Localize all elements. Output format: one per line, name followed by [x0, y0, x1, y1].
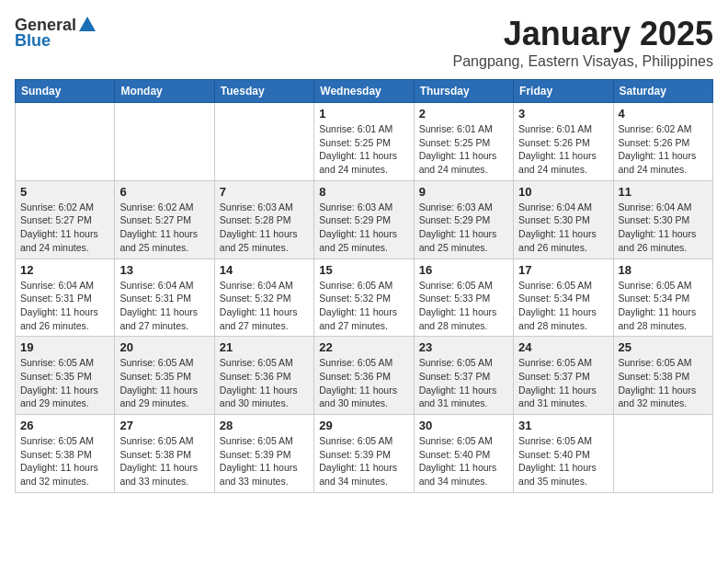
day-number: 5: [20, 185, 109, 199]
calendar-table: Sunday Monday Tuesday Wednesday Thursday…: [15, 79, 713, 493]
sunrise-info: Sunrise: 6:01 AM: [319, 123, 392, 134]
day-number: 12: [20, 263, 109, 277]
calendar-cell: 17 Sunrise: 6:05 AM Sunset: 5:34 PM Dayl…: [514, 259, 613, 337]
daylight-info: Daylight: 11 hours and 26 minutes.: [20, 306, 98, 331]
day-number: 10: [518, 185, 608, 199]
calendar-cell: 23 Sunrise: 6:05 AM Sunset: 5:37 PM Dayl…: [414, 337, 513, 415]
day-number: 9: [419, 185, 508, 199]
daylight-info: Daylight: 11 hours and 29 minutes.: [20, 385, 98, 409]
calendar-cell: [16, 103, 115, 181]
daylight-info: Daylight: 11 hours and 27 minutes.: [119, 306, 198, 331]
sunset-info: Sunset: 5:34 PM: [619, 293, 690, 304]
calendar-cell: 7 Sunrise: 6:03 AM Sunset: 5:28 PM Dayli…: [214, 180, 313, 259]
sunset-info: Sunset: 5:36 PM: [220, 371, 291, 382]
daylight-info: Daylight: 11 hours and 29 minutes.: [119, 385, 198, 409]
sunset-info: Sunset: 5:26 PM: [518, 137, 590, 148]
sunrise-info: Sunrise: 6:05 AM: [20, 435, 94, 446]
sunrise-info: Sunrise: 6:01 AM: [518, 123, 592, 134]
week-row-2: 5 Sunrise: 6:02 AM Sunset: 5:27 PM Dayli…: [16, 180, 713, 259]
sunset-info: Sunset: 5:39 PM: [319, 449, 391, 460]
calendar-cell: 18 Sunrise: 6:05 AM Sunset: 5:34 PM Dayl…: [613, 259, 712, 337]
sunrise-info: Sunrise: 6:02 AM: [119, 201, 193, 213]
sunrise-info: Sunrise: 6:05 AM: [419, 357, 493, 368]
week-row-5: 26 Sunrise: 6:05 AM Sunset: 5:38 PM Dayl…: [16, 415, 713, 493]
sunrise-info: Sunrise: 6:05 AM: [119, 357, 193, 368]
sunrise-info: Sunrise: 6:03 AM: [419, 201, 493, 213]
sunset-info: Sunset: 5:36 PM: [319, 371, 391, 382]
title-area: January 2025 Pangpang, Eastern Visayas, …: [453, 15, 713, 70]
calendar-cell: 2 Sunrise: 6:01 AM Sunset: 5:25 PM Dayli…: [414, 103, 513, 181]
sunset-info: Sunset: 5:34 PM: [518, 293, 590, 304]
location-title: Pangpang, Eastern Visayas, Philippines: [453, 53, 713, 70]
sunrise-info: Sunrise: 6:05 AM: [518, 280, 592, 291]
daylight-info: Daylight: 11 hours and 31 minutes.: [518, 385, 597, 409]
daylight-info: Daylight: 11 hours and 25 minutes.: [119, 228, 198, 253]
logo: General Blue: [15, 15, 98, 51]
sunset-info: Sunset: 5:30 PM: [619, 214, 690, 225]
day-number: 20: [119, 340, 209, 354]
sunset-info: Sunset: 5:38 PM: [619, 371, 690, 382]
sunset-info: Sunset: 5:31 PM: [20, 293, 92, 304]
sunrise-info: Sunrise: 6:05 AM: [419, 435, 493, 446]
daylight-info: Daylight: 11 hours and 31 minutes.: [419, 385, 497, 409]
sunset-info: Sunset: 5:38 PM: [119, 449, 191, 460]
sunset-info: Sunset: 5:33 PM: [419, 293, 491, 304]
day-number: 29: [319, 419, 408, 432]
sunset-info: Sunset: 5:29 PM: [419, 214, 491, 225]
day-number: 17: [518, 263, 608, 277]
day-number: 16: [419, 263, 508, 277]
calendar-cell: 1 Sunrise: 6:01 AM Sunset: 5:25 PM Dayli…: [314, 103, 414, 181]
daylight-info: Daylight: 11 hours and 24 minutes.: [419, 150, 497, 175]
sunrise-info: Sunrise: 6:05 AM: [319, 280, 392, 291]
daylight-info: Daylight: 11 hours and 34 minutes.: [419, 462, 497, 487]
sunrise-info: Sunrise: 6:04 AM: [119, 280, 193, 291]
sunrise-info: Sunrise: 6:05 AM: [518, 435, 592, 446]
sunrise-info: Sunrise: 6:05 AM: [220, 435, 293, 446]
sunrise-info: Sunrise: 6:05 AM: [319, 357, 392, 368]
page-header: General Blue January 2025 Pangpang, East…: [15, 15, 713, 70]
sunrise-info: Sunrise: 6:04 AM: [220, 280, 293, 291]
day-number: 8: [319, 185, 408, 199]
daylight-info: Daylight: 11 hours and 24 minutes.: [20, 228, 98, 253]
sunset-info: Sunset: 5:25 PM: [319, 137, 391, 148]
sunset-info: Sunset: 5:35 PM: [119, 371, 191, 382]
calendar-cell: 20 Sunrise: 6:05 AM Sunset: 5:35 PM Dayl…: [115, 337, 214, 415]
daylight-info: Daylight: 11 hours and 27 minutes.: [319, 306, 397, 331]
day-number: 6: [119, 185, 209, 199]
day-number: 23: [419, 340, 508, 354]
daylight-info: Daylight: 11 hours and 25 minutes.: [319, 228, 397, 253]
calendar-cell: 16 Sunrise: 6:05 AM Sunset: 5:33 PM Dayl…: [414, 259, 513, 337]
header-monday: Monday: [115, 80, 214, 103]
week-row-4: 19 Sunrise: 6:05 AM Sunset: 5:35 PM Dayl…: [16, 337, 713, 415]
sunrise-info: Sunrise: 6:05 AM: [220, 357, 293, 368]
logo-blue: Blue: [15, 31, 51, 51]
sunrise-info: Sunrise: 6:04 AM: [518, 201, 592, 213]
calendar-cell: 10 Sunrise: 6:04 AM Sunset: 5:30 PM Dayl…: [514, 180, 613, 259]
day-number: 3: [518, 107, 608, 121]
sunset-info: Sunset: 5:32 PM: [319, 293, 391, 304]
daylight-info: Daylight: 11 hours and 25 minutes.: [419, 228, 497, 253]
month-title: January 2025: [453, 15, 713, 53]
calendar-cell: 31 Sunrise: 6:05 AM Sunset: 5:40 PM Dayl…: [514, 415, 613, 493]
calendar-cell: 29 Sunrise: 6:05 AM Sunset: 5:39 PM Dayl…: [314, 415, 414, 493]
sunrise-info: Sunrise: 6:05 AM: [619, 357, 692, 368]
calendar-cell: 30 Sunrise: 6:05 AM Sunset: 5:40 PM Dayl…: [414, 415, 513, 493]
day-number: 22: [319, 340, 408, 354]
daylight-info: Daylight: 11 hours and 28 minutes.: [619, 306, 697, 331]
weekday-header-row: Sunday Monday Tuesday Wednesday Thursday…: [16, 80, 713, 103]
calendar-cell: 11 Sunrise: 6:04 AM Sunset: 5:30 PM Dayl…: [613, 180, 712, 259]
sunset-info: Sunset: 5:35 PM: [20, 371, 92, 382]
sunset-info: Sunset: 5:26 PM: [619, 137, 690, 148]
sunset-info: Sunset: 5:37 PM: [518, 371, 590, 382]
sunrise-info: Sunrise: 6:05 AM: [419, 280, 493, 291]
day-number: 31: [518, 419, 608, 432]
daylight-info: Daylight: 11 hours and 24 minutes.: [619, 150, 697, 175]
calendar-cell: [613, 415, 712, 493]
sunset-info: Sunset: 5:38 PM: [20, 449, 92, 460]
calendar-cell: 14 Sunrise: 6:04 AM Sunset: 5:32 PM Dayl…: [214, 259, 313, 337]
day-number: 30: [419, 419, 508, 432]
sunset-info: Sunset: 5:40 PM: [419, 449, 491, 460]
calendar-cell: 4 Sunrise: 6:02 AM Sunset: 5:26 PM Dayli…: [613, 103, 712, 181]
calendar-cell: 12 Sunrise: 6:04 AM Sunset: 5:31 PM Dayl…: [16, 259, 115, 337]
calendar-cell: 26 Sunrise: 6:05 AM Sunset: 5:38 PM Dayl…: [16, 415, 115, 493]
